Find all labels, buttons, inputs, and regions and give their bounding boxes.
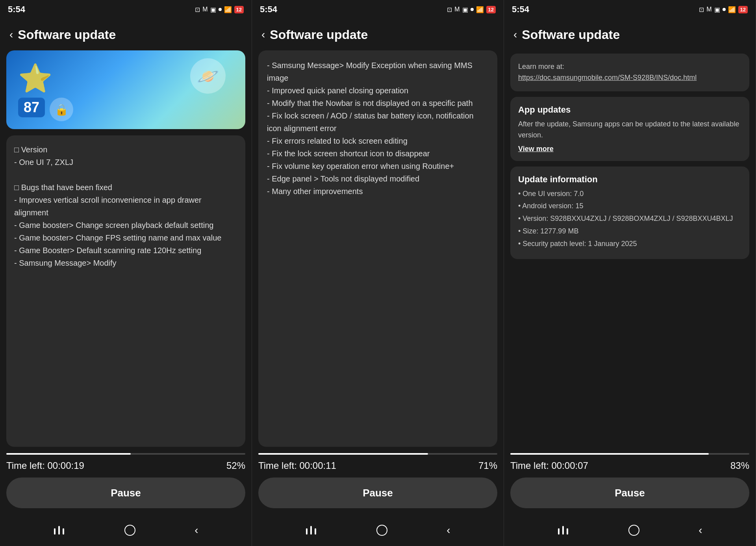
notification-icon-1: ⊡ (195, 6, 200, 13)
progress-info-1: Time left: 00:00:19 52% (6, 460, 245, 471)
phone-panel-3: 5:54 ⊡ M ▣ 📶 12 ‹ Software update Learn … (504, 0, 756, 546)
dot-icon-1 (219, 8, 222, 11)
nav-home-icon-1[interactable] (124, 525, 135, 536)
photo-icon-3: ▣ (714, 6, 720, 13)
mail-icon-3: M (706, 6, 712, 13)
battery-icon-3: 12 (738, 6, 748, 13)
progress-bar-2 (258, 453, 497, 455)
nav-bar-1: ‹ (0, 515, 252, 546)
app-updates-title: App updates (518, 105, 741, 115)
pause-button-1[interactable]: Pause (6, 478, 245, 508)
content-text-2: - Samsung Message> Modify Exception when… (267, 59, 489, 198)
nav-back-icon-1[interactable]: ‹ (195, 524, 198, 537)
update-info-item-2: • Version: S928BXXU4ZXLJ / S928BOXM4ZXLJ… (518, 213, 741, 224)
bottom-section-3: Time left: 00:00:07 83% Pause (504, 447, 756, 515)
content-text-1: □ Version - One UI 7, ZXLJ □ Bugs that h… (14, 143, 237, 269)
status-icons-1: ⊡ M ▣ 📶 12 (195, 6, 244, 13)
status-time-2: 5:54 (260, 4, 277, 15)
battery-icon-2: 12 (486, 6, 496, 13)
lock-icon-1: 🔒 (50, 98, 73, 121)
status-icons-3: ⊡ M ▣ 📶 12 (699, 6, 748, 13)
bottom-section-2: Time left: 00:00:11 71% Pause (252, 447, 504, 515)
page-title-3: Software update (522, 28, 620, 42)
update-info-item-4: • Security patch level: 1 January 2025 (518, 239, 741, 250)
progress-fill-3 (510, 453, 709, 455)
main-content-3: Learn more at: https://doc.samsungmobile… (504, 50, 756, 447)
back-button-1[interactable]: ‹ (9, 28, 13, 41)
content-box-1[interactable]: □ Version - One UI 7, ZXLJ □ Bugs that h… (6, 135, 245, 447)
app-updates-text: After the update, Samsung apps can be up… (518, 119, 741, 141)
back-button-2[interactable]: ‹ (261, 28, 265, 41)
status-bar-1: 5:54 ⊡ M ▣ 📶 12 (0, 0, 252, 19)
page-header-2: ‹ Software update (252, 19, 504, 50)
dot-icon-3 (723, 8, 726, 11)
status-time-3: 5:54 (512, 4, 529, 15)
page-header-3: ‹ Software update (504, 19, 756, 50)
view-more-link[interactable]: View more (518, 145, 741, 153)
time-left-1: Time left: 00:00:19 (6, 460, 84, 471)
progress-bar-3 (510, 453, 749, 455)
nav-back-icon-3[interactable]: ‹ (699, 524, 702, 537)
learn-more-link[interactable]: https://doc.samsungmobile.com/SM-S928B/I… (518, 74, 697, 81)
dot-icon-2 (471, 8, 474, 11)
progress-fill-1 (6, 453, 131, 455)
signal-icon-3: 📶 (728, 6, 736, 13)
learn-more-label: Learn more at: (518, 63, 564, 70)
percent-2: 71% (478, 460, 497, 471)
star-icon-1: ⭐ (18, 62, 52, 94)
nav-home-icon-2[interactable] (376, 525, 387, 536)
content-box-2[interactable]: - Samsung Message> Modify Exception when… (258, 50, 497, 447)
back-button-3[interactable]: ‹ (513, 28, 517, 41)
time-left-3: Time left: 00:00:07 (510, 460, 588, 471)
status-bar-2: 5:54 ⊡ M ▣ 📶 12 (252, 0, 504, 19)
percent-1: 52% (226, 460, 245, 471)
app-updates-box: App updates After the update, Samsung ap… (510, 97, 749, 161)
progress-info-3: Time left: 00:00:07 83% (510, 460, 749, 471)
progress-info-2: Time left: 00:00:11 71% (258, 460, 497, 471)
main-content-1: ⭐ 🪐 87 🔒 □ Version - One UI 7, ZXLJ □ Bu… (0, 50, 252, 447)
main-content-2: - Samsung Message> Modify Exception when… (252, 50, 504, 447)
status-icons-2: ⊡ M ▣ 📶 12 (447, 6, 496, 13)
time-left-2: Time left: 00:00:11 (258, 460, 336, 471)
photo-icon-1: ▣ (210, 6, 216, 13)
update-info-box: Update information • One UI version: 7.0… (510, 167, 749, 259)
signal-icon-2: 📶 (476, 6, 484, 13)
nav-home-icon-3[interactable] (628, 525, 639, 536)
nav-recents-icon-1[interactable] (53, 526, 65, 535)
learn-more-box: Learn more at: https://doc.samsungmobile… (510, 54, 749, 91)
nav-back-icon-2[interactable]: ‹ (447, 524, 450, 537)
mail-icon-2: M (454, 6, 460, 13)
update-info-title: Update information (518, 174, 741, 185)
update-info-item-0: • One UI version: 7.0 (518, 189, 741, 200)
photo-icon-2: ▣ (462, 6, 468, 13)
pause-button-2[interactable]: Pause (258, 478, 497, 508)
hero-badge-1: 87 (18, 98, 45, 117)
status-time-1: 5:54 (8, 4, 25, 15)
progress-bar-1 (6, 453, 245, 455)
page-title-2: Software update (270, 28, 368, 42)
hero-image-1: ⭐ 🪐 87 🔒 (6, 50, 245, 129)
notification-icon-2: ⊡ (447, 6, 452, 13)
nav-recents-icon-2[interactable] (305, 526, 317, 535)
page-header-1: ‹ Software update (0, 19, 252, 50)
percent-3: 83% (730, 460, 749, 471)
signal-icon-1: 📶 (224, 6, 232, 13)
nav-recents-icon-3[interactable] (557, 526, 569, 535)
nav-bar-2: ‹ (252, 515, 504, 546)
update-info-item-3: • Size: 1277.99 MB (518, 226, 741, 237)
nav-bar-3: ‹ (504, 515, 756, 546)
phone-panel-1: 5:54 ⊡ M ▣ 📶 12 ‹ Software update ⭐ 🪐 87… (0, 0, 252, 546)
status-bar-3: 5:54 ⊡ M ▣ 📶 12 (504, 0, 756, 19)
pause-button-3[interactable]: Pause (510, 478, 749, 508)
progress-fill-2 (258, 453, 428, 455)
page-title-1: Software update (18, 28, 116, 42)
mail-icon-1: M (202, 6, 208, 13)
update-info-item-1: • Android version: 15 (518, 201, 741, 212)
bottom-section-1: Time left: 00:00:19 52% Pause (0, 447, 252, 515)
phone-panel-2: 5:54 ⊡ M ▣ 📶 12 ‹ Software update - Sams… (252, 0, 504, 546)
planet-icon-1: 🪐 (190, 58, 226, 94)
notification-icon-3: ⊡ (699, 6, 704, 13)
battery-icon-1: 12 (234, 6, 244, 13)
